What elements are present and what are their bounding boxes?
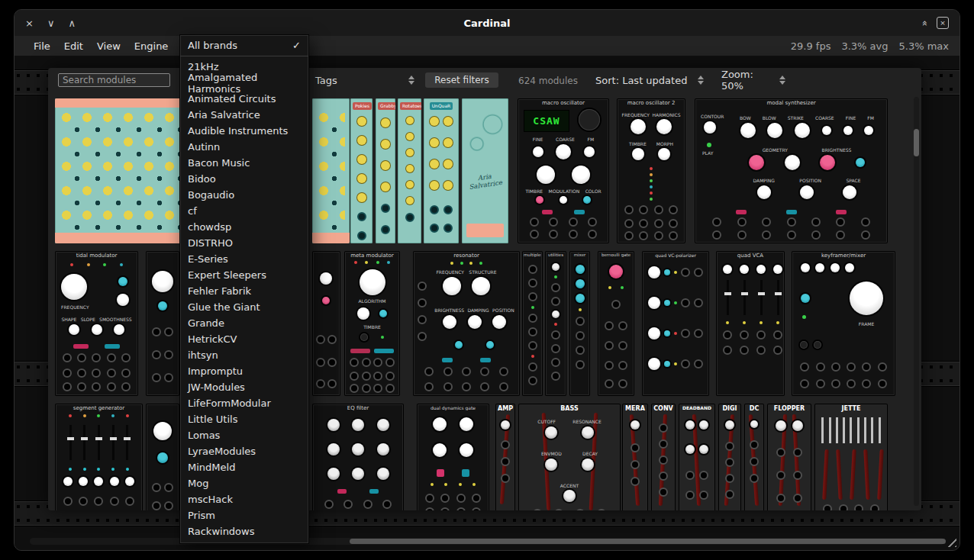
dropdown-item[interactable]: Mog bbox=[180, 475, 308, 491]
dropdown-item[interactable]: LyraeModules bbox=[180, 443, 308, 459]
module-card-mixer[interactable]: mixer bbox=[569, 251, 590, 396]
module-card-conv[interactable]: CONV bbox=[651, 404, 676, 510]
dropdown-item[interactable]: Little Utils bbox=[180, 411, 308, 427]
dropdown-item-all-brands[interactable]: All brands ✓ bbox=[180, 37, 308, 53]
module-card-multiples[interactable]: multiples bbox=[522, 251, 543, 396]
module-card-segment-generator[interactable]: segment generator bbox=[55, 404, 143, 510]
module-card-grabby[interactable]: Grabby bbox=[376, 98, 395, 243]
module-card-utilities[interactable]: utilities bbox=[545, 251, 566, 396]
module-card-mera[interactable]: MERA bbox=[622, 404, 648, 510]
knob-label: ALGORITHM bbox=[344, 298, 400, 304]
dropdown-item[interactable]: Impromptu bbox=[180, 363, 308, 379]
module-card-eq-filter[interactable]: EQ filter bbox=[312, 404, 404, 510]
dropdown-item[interactable]: ihtsyn bbox=[180, 347, 308, 363]
module-card-partial[interactable] bbox=[312, 251, 340, 396]
module-card-keyframer-mixer[interactable]: keyframer/mixer FRAME bbox=[792, 251, 895, 396]
module-card-tidal-modulator[interactable]: tidal modulator FREQUENCY SHAPE SLOPE SM… bbox=[55, 251, 138, 396]
dropdown-item[interactable]: LifeFormModular bbox=[180, 395, 308, 411]
led bbox=[87, 263, 90, 266]
dropdown-item[interactable]: MindMeld bbox=[180, 459, 308, 475]
dropdown-item[interactable]: DISTRHO bbox=[180, 235, 308, 251]
port bbox=[597, 509, 606, 510]
module-card-quad-vc-polarizer[interactable]: quad VC-polarizer bbox=[642, 251, 709, 396]
module-card-bernoulli-gate[interactable]: bernoulli gate bbox=[598, 251, 634, 396]
module-card-amp[interactable]: AMP bbox=[495, 404, 515, 510]
module-card-partial[interactable] bbox=[146, 251, 179, 396]
knob-label: FM bbox=[867, 115, 874, 121]
module-card-quad-vca[interactable]: quad VCA bbox=[716, 251, 785, 396]
dropdown-item[interactable]: Bacon Music bbox=[180, 155, 308, 171]
dropdown-item[interactable]: chowdsp bbox=[180, 219, 308, 235]
port bbox=[472, 507, 481, 510]
dropdown-item[interactable]: Fehler Fabrik bbox=[180, 283, 308, 299]
led bbox=[743, 321, 746, 324]
port bbox=[382, 500, 392, 509]
port bbox=[816, 362, 825, 372]
dropdown-item[interactable]: cf bbox=[180, 203, 308, 219]
vertical-scrollbar-thumb[interactable] bbox=[914, 129, 919, 156]
knob bbox=[63, 477, 73, 486]
horizontal-scrollbar-thumb[interactable] bbox=[350, 539, 946, 544]
knob bbox=[433, 417, 447, 431]
module-card-unquar[interactable]: UnQuaR bbox=[424, 98, 459, 243]
module-card-resonator[interactable]: resonator FREQUENCY STRUCTURE BRIGHTNESS… bbox=[413, 251, 520, 396]
menu-engine[interactable]: Engine bbox=[127, 40, 176, 52]
dropdown-item[interactable]: Lomas bbox=[180, 427, 308, 443]
dropdown-item[interactable]: Grande bbox=[180, 315, 308, 331]
close-box-icon[interactable]: × bbox=[937, 17, 949, 29]
module-card-partial[interactable] bbox=[146, 404, 179, 510]
module-card-meta-modulator[interactable]: meta modulator ALGORITHM TIMBRE bbox=[344, 251, 400, 396]
module-card-bass[interactable]: BASS CUTOFF RESONANCE ENVMOD DECAY ACCEN… bbox=[518, 404, 621, 510]
sort-select[interactable]: Sort: Last updated bbox=[592, 72, 707, 88]
dropdown-item[interactable]: Prism bbox=[180, 507, 308, 523]
menu-file[interactable]: File bbox=[27, 40, 57, 52]
led bbox=[97, 414, 100, 417]
module-card-rotatoes[interactable]: Rotatoes bbox=[398, 98, 421, 243]
module-card-dual-dynamics-gate[interactable]: dual dynamics gate bbox=[417, 404, 489, 510]
module-card-macro-oscillator-2[interactable]: macro oscillator 2 FREQUENCY HARMONICS T… bbox=[617, 98, 685, 243]
dropdown-item[interactable]: Bogaudio bbox=[180, 187, 308, 203]
module-card-dc[interactable]: DC bbox=[744, 404, 764, 510]
dropdown-item[interactable]: Rackwindows bbox=[180, 523, 308, 539]
led bbox=[126, 468, 129, 471]
dropdown-item[interactable]: Glue the Giant bbox=[180, 299, 308, 315]
tags-select[interactable]: Tags bbox=[312, 72, 418, 88]
knob-label: RESONANCE bbox=[572, 419, 601, 424]
vertical-scrollbar[interactable] bbox=[914, 97, 919, 506]
module-card-macro-oscillator[interactable]: macro oscillator CSAW FINE COARSE FM TIM… bbox=[518, 98, 609, 243]
port bbox=[92, 382, 101, 391]
module-card-modal-synthesizer[interactable]: modal synthesizer CONTOUR PLAY BOW BLOW … bbox=[695, 98, 888, 243]
collapse-icon[interactable]: » bbox=[919, 20, 930, 26]
knob bbox=[572, 166, 590, 184]
horizontal-scrollbar[interactable] bbox=[30, 538, 944, 545]
dropdown-item[interactable]: JW-Modules bbox=[180, 379, 308, 395]
module-card-jette[interactable]: JETTE bbox=[814, 404, 888, 510]
reset-filters-button[interactable]: Reset filters bbox=[425, 72, 498, 88]
dropdown-item[interactable]: Bidoo bbox=[180, 171, 308, 187]
port bbox=[554, 509, 563, 510]
dropdown-item[interactable]: Amalgamated Harmonics bbox=[180, 75, 308, 91]
dropdown-item[interactable]: HetrickCV bbox=[180, 331, 308, 347]
dropdown-item[interactable]: mscHack bbox=[180, 491, 308, 507]
knob-label: BOW bbox=[740, 115, 751, 121]
knob bbox=[430, 159, 439, 169]
module-card-pokies[interactable]: Pokies bbox=[350, 98, 373, 243]
dropdown-item[interactable]: Audible Instruments bbox=[180, 123, 308, 139]
dropdown-item[interactable]: Autinn bbox=[180, 139, 308, 155]
module-card-flopper[interactable]: FLOPPER bbox=[767, 404, 811, 510]
module-card-deadband[interactable]: DEADBAND bbox=[679, 404, 715, 510]
module-card-partial[interactable] bbox=[312, 98, 350, 243]
menu-view[interactable]: View bbox=[90, 40, 127, 52]
knob bbox=[153, 422, 172, 440]
menu-edit[interactable]: Edit bbox=[57, 40, 90, 52]
dropdown-item[interactable]: E-Series bbox=[180, 251, 308, 267]
zoom-select[interactable]: Zoom: 50% bbox=[718, 72, 789, 88]
dropdown-item[interactable]: Aria Salvatrice bbox=[180, 107, 308, 123]
panel-decoration bbox=[877, 449, 883, 500]
module-card-aria-salvatrice[interactable]: Aria Salvatrice bbox=[462, 98, 508, 243]
search-input[interactable] bbox=[58, 73, 170, 87]
module-card-digi[interactable]: DIGI bbox=[718, 404, 741, 510]
panel-decoration bbox=[864, 417, 866, 443]
signature-text: Aria Salvatrice bbox=[462, 170, 508, 191]
dropdown-item[interactable]: Expert Sleepers bbox=[180, 267, 308, 283]
